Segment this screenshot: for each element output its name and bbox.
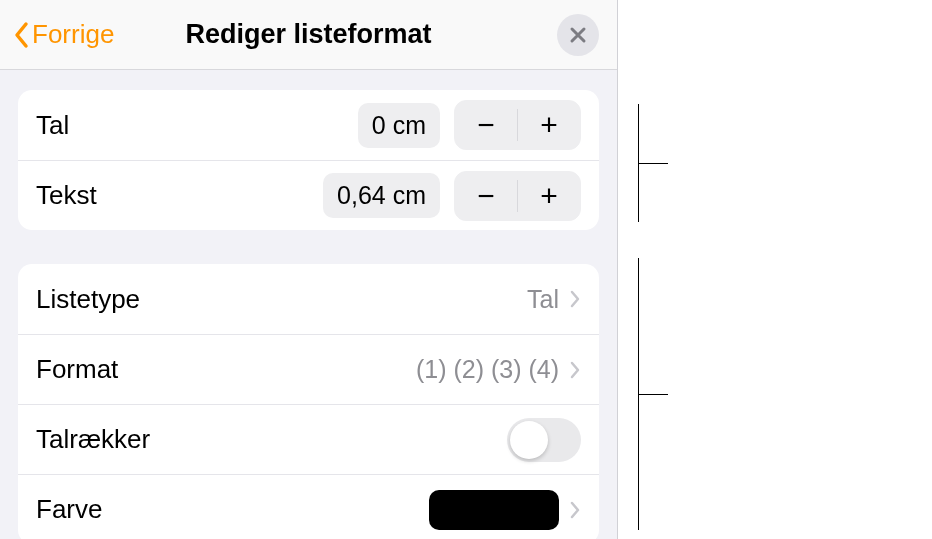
close-button[interactable]	[557, 14, 599, 56]
format-value: (1) (2) (3) (4)	[416, 355, 559, 384]
tal-increment-button[interactable]: +	[518, 101, 580, 149]
chevron-right-icon	[569, 289, 581, 309]
tekst-increment-button[interactable]: +	[518, 172, 580, 220]
format-label: Format	[36, 354, 416, 385]
tekst-stepper: − +	[454, 171, 581, 221]
list-settings-group: Listetype Tal Format (1) (2) (3) (4) Tal…	[18, 264, 599, 539]
talraekker-toggle[interactable]	[507, 418, 581, 462]
tekst-value: 0,64 cm	[323, 173, 440, 218]
callout-line-2	[638, 394, 668, 395]
tal-value: 0 cm	[358, 103, 440, 148]
tekst-decrement-button[interactable]: −	[455, 172, 517, 220]
callout-line-1	[638, 163, 668, 164]
tekst-label: Tekst	[36, 180, 323, 211]
edit-list-format-panel: Forrige Rediger listeformat Tal 0 cm − +…	[0, 0, 618, 539]
listetype-value: Tal	[527, 285, 559, 314]
indent-group: Tal 0 cm − + Tekst 0,64 cm − +	[18, 90, 599, 230]
color-swatch	[429, 490, 559, 530]
chevron-right-icon	[569, 500, 581, 520]
tekst-indent-row: Tekst 0,64 cm − +	[18, 160, 599, 230]
header-bar: Forrige Rediger listeformat	[0, 0, 617, 70]
format-row[interactable]: Format (1) (2) (3) (4)	[18, 334, 599, 404]
close-icon	[569, 26, 587, 44]
back-label: Forrige	[32, 19, 114, 50]
listetype-label: Listetype	[36, 284, 527, 315]
farve-row[interactable]: Farve	[18, 474, 599, 539]
chevron-left-icon	[12, 20, 32, 50]
tal-indent-row: Tal 0 cm − +	[18, 90, 599, 160]
talraekker-row: Talrækker	[18, 404, 599, 474]
tal-label: Tal	[36, 110, 358, 141]
toggle-knob	[510, 421, 548, 459]
talraekker-label: Talrækker	[36, 424, 507, 455]
tal-stepper: − +	[454, 100, 581, 150]
tal-decrement-button[interactable]: −	[455, 101, 517, 149]
listetype-row[interactable]: Listetype Tal	[18, 264, 599, 334]
back-button[interactable]: Forrige	[12, 19, 114, 50]
chevron-right-icon	[569, 360, 581, 380]
settings-scroll: Tal 0 cm − + Tekst 0,64 cm − +	[0, 70, 617, 539]
farve-label: Farve	[36, 494, 429, 525]
